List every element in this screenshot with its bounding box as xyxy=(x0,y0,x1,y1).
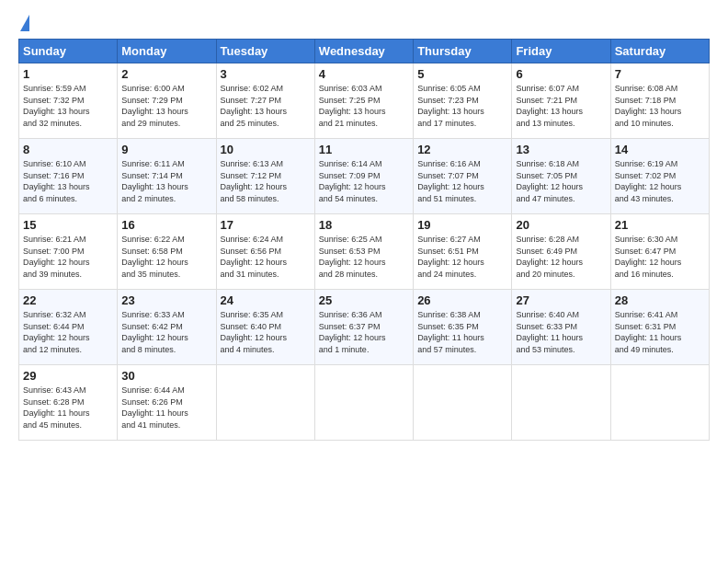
day-cell: 30Sunrise: 6:44 AMSunset: 6:26 PMDayligh… xyxy=(118,365,216,441)
day-number: 28 xyxy=(615,293,705,307)
day-details: Sunrise: 6:14 AMSunset: 7:09 PMDaylight:… xyxy=(319,158,409,204)
header-row: SundayMondayTuesdayWednesdayThursdayFrid… xyxy=(19,40,710,63)
day-number: 10 xyxy=(221,143,311,156)
day-number: 18 xyxy=(319,218,409,232)
day-number: 30 xyxy=(121,369,211,383)
day-cell: 26Sunrise: 6:38 AMSunset: 6:35 PMDayligh… xyxy=(414,290,512,365)
day-number: 3 xyxy=(221,67,311,81)
day-cell xyxy=(610,365,709,441)
logo-triangle-icon xyxy=(20,15,29,31)
day-cell: 21Sunrise: 6:30 AMSunset: 6:47 PMDayligh… xyxy=(610,214,709,290)
day-details: Sunrise: 6:16 AMSunset: 7:07 PMDaylight:… xyxy=(417,158,507,204)
day-details: Sunrise: 6:07 AMSunset: 7:21 PMDaylight:… xyxy=(516,83,606,129)
day-cell: 15Sunrise: 6:21 AMSunset: 7:00 PMDayligh… xyxy=(19,214,118,290)
day-number: 9 xyxy=(121,143,211,156)
day-number: 11 xyxy=(319,143,409,156)
day-details: Sunrise: 6:40 AMSunset: 6:33 PMDaylight:… xyxy=(516,309,606,355)
day-cell: 20Sunrise: 6:28 AMSunset: 6:49 PMDayligh… xyxy=(512,214,610,290)
day-number: 19 xyxy=(417,218,507,232)
day-number: 24 xyxy=(221,293,311,307)
calendar-table: SundayMondayTuesdayWednesdayThursdayFrid… xyxy=(18,39,710,441)
day-details: Sunrise: 6:35 AMSunset: 6:40 PMDaylight:… xyxy=(221,309,311,355)
day-details: Sunrise: 6:13 AMSunset: 7:12 PMDaylight:… xyxy=(221,158,311,204)
day-number: 8 xyxy=(23,143,113,156)
day-cell: 28Sunrise: 6:41 AMSunset: 6:31 PMDayligh… xyxy=(610,290,709,365)
day-cell: 12Sunrise: 6:16 AMSunset: 7:07 PMDayligh… xyxy=(414,139,512,214)
day-cell: 10Sunrise: 6:13 AMSunset: 7:12 PMDayligh… xyxy=(216,139,314,214)
day-cell: 5Sunrise: 6:05 AMSunset: 7:23 PMDaylight… xyxy=(414,63,512,139)
calendar-page: SundayMondayTuesdayWednesdayThursdayFrid… xyxy=(0,0,728,563)
day-cell: 11Sunrise: 6:14 AMSunset: 7:09 PMDayligh… xyxy=(314,139,413,214)
day-cell: 2Sunrise: 6:00 AMSunset: 7:29 PMDaylight… xyxy=(118,63,216,139)
day-cell: 9Sunrise: 6:11 AMSunset: 7:14 PMDaylight… xyxy=(118,139,216,214)
day-cell: 6Sunrise: 6:07 AMSunset: 7:21 PMDaylight… xyxy=(512,63,610,139)
header-cell-tuesday: Tuesday xyxy=(216,40,314,63)
day-details: Sunrise: 6:27 AMSunset: 6:51 PMDaylight:… xyxy=(417,234,507,280)
day-cell: 1Sunrise: 5:59 AMSunset: 7:32 PMDaylight… xyxy=(19,63,118,139)
day-cell: 8Sunrise: 6:10 AMSunset: 7:16 PMDaylight… xyxy=(19,139,118,214)
day-number: 27 xyxy=(516,293,606,307)
day-number: 22 xyxy=(23,293,113,307)
day-cell: 22Sunrise: 6:32 AMSunset: 6:44 PMDayligh… xyxy=(19,290,118,365)
day-details: Sunrise: 6:36 AMSunset: 6:37 PMDaylight:… xyxy=(319,309,409,355)
week-row-1: 1Sunrise: 5:59 AMSunset: 7:32 PMDaylight… xyxy=(19,63,710,139)
week-row-5: 29Sunrise: 6:43 AMSunset: 6:28 PMDayligh… xyxy=(19,365,710,441)
day-number: 12 xyxy=(417,143,507,156)
day-details: Sunrise: 6:02 AMSunset: 7:27 PMDaylight:… xyxy=(221,83,311,129)
day-number: 29 xyxy=(23,369,113,383)
day-details: Sunrise: 6:21 AMSunset: 7:00 PMDaylight:… xyxy=(23,234,113,280)
day-details: Sunrise: 6:08 AMSunset: 7:18 PMDaylight:… xyxy=(615,83,705,129)
day-details: Sunrise: 6:00 AMSunset: 7:29 PMDaylight:… xyxy=(121,83,211,129)
day-cell: 19Sunrise: 6:27 AMSunset: 6:51 PMDayligh… xyxy=(414,214,512,290)
day-number: 17 xyxy=(221,218,311,232)
week-row-3: 15Sunrise: 6:21 AMSunset: 7:00 PMDayligh… xyxy=(19,214,710,290)
week-row-4: 22Sunrise: 6:32 AMSunset: 6:44 PMDayligh… xyxy=(19,290,710,365)
day-details: Sunrise: 6:41 AMSunset: 6:31 PMDaylight:… xyxy=(615,309,705,355)
header-cell-wednesday: Wednesday xyxy=(314,40,413,63)
day-cell xyxy=(512,365,610,441)
day-details: Sunrise: 6:44 AMSunset: 6:26 PMDaylight:… xyxy=(121,385,211,431)
day-number: 21 xyxy=(615,218,705,232)
day-number: 26 xyxy=(417,293,507,307)
week-row-2: 8Sunrise: 6:10 AMSunset: 7:16 PMDaylight… xyxy=(19,139,710,214)
day-details: Sunrise: 6:10 AMSunset: 7:16 PMDaylight:… xyxy=(23,158,113,204)
day-details: Sunrise: 6:25 AMSunset: 6:53 PMDaylight:… xyxy=(319,234,409,280)
day-cell xyxy=(216,365,314,441)
day-details: Sunrise: 6:33 AMSunset: 6:42 PMDaylight:… xyxy=(121,309,211,355)
day-details: Sunrise: 6:30 AMSunset: 6:47 PMDaylight:… xyxy=(615,234,705,280)
day-cell: 14Sunrise: 6:19 AMSunset: 7:02 PMDayligh… xyxy=(610,139,709,214)
logo xyxy=(18,15,29,29)
day-cell: 16Sunrise: 6:22 AMSunset: 6:58 PMDayligh… xyxy=(118,214,216,290)
day-number: 25 xyxy=(319,293,409,307)
day-number: 15 xyxy=(23,218,113,232)
day-cell: 13Sunrise: 6:18 AMSunset: 7:05 PMDayligh… xyxy=(512,139,610,214)
day-cell: 4Sunrise: 6:03 AMSunset: 7:25 PMDaylight… xyxy=(314,63,413,139)
header-cell-friday: Friday xyxy=(512,40,610,63)
day-details: Sunrise: 6:18 AMSunset: 7:05 PMDaylight:… xyxy=(516,158,606,204)
day-details: Sunrise: 6:11 AMSunset: 7:14 PMDaylight:… xyxy=(121,158,211,204)
day-cell: 27Sunrise: 6:40 AMSunset: 6:33 PMDayligh… xyxy=(512,290,610,365)
day-cell xyxy=(314,365,413,441)
day-cell: 24Sunrise: 6:35 AMSunset: 6:40 PMDayligh… xyxy=(216,290,314,365)
header-cell-thursday: Thursday xyxy=(414,40,512,63)
day-details: Sunrise: 6:22 AMSunset: 6:58 PMDaylight:… xyxy=(121,234,211,280)
day-details: Sunrise: 6:32 AMSunset: 6:44 PMDaylight:… xyxy=(23,309,113,355)
header-cell-monday: Monday xyxy=(118,40,216,63)
day-number: 7 xyxy=(615,67,705,81)
day-cell: 29Sunrise: 6:43 AMSunset: 6:28 PMDayligh… xyxy=(19,365,118,441)
day-details: Sunrise: 6:03 AMSunset: 7:25 PMDaylight:… xyxy=(319,83,409,129)
day-details: Sunrise: 6:38 AMSunset: 6:35 PMDaylight:… xyxy=(417,309,507,355)
header-cell-saturday: Saturday xyxy=(610,40,709,63)
day-details: Sunrise: 6:19 AMSunset: 7:02 PMDaylight:… xyxy=(615,158,705,204)
header-cell-sunday: Sunday xyxy=(19,40,118,63)
day-cell xyxy=(414,365,512,441)
day-number: 14 xyxy=(615,143,705,156)
day-cell: 3Sunrise: 6:02 AMSunset: 7:27 PMDaylight… xyxy=(216,63,314,139)
day-number: 4 xyxy=(319,67,409,81)
day-cell: 7Sunrise: 6:08 AMSunset: 7:18 PMDaylight… xyxy=(610,63,709,139)
day-number: 16 xyxy=(121,218,211,232)
day-cell: 23Sunrise: 6:33 AMSunset: 6:42 PMDayligh… xyxy=(118,290,216,365)
day-number: 6 xyxy=(516,67,606,81)
day-number: 20 xyxy=(516,218,606,232)
header xyxy=(18,15,710,29)
